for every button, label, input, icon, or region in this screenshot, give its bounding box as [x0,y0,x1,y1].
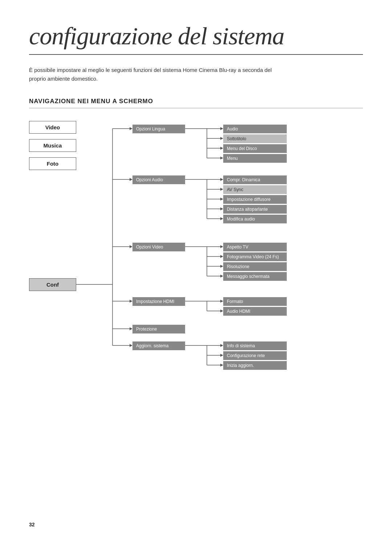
svg-marker-5 [130,178,132,181]
nav-item-conf[interactable]: Conf [29,278,76,291]
svg-marker-19 [220,137,223,140]
connector-lines [29,119,356,395]
svg-marker-45 [220,275,223,278]
svg-marker-35 [220,217,223,220]
subsub-inizia-aggiorn: Inizia aggiorn. [223,361,287,370]
sub-aggiorn-sistema: Aggiorn. sistema [132,341,185,350]
subsub-impostazione-diffusore: Impostazione diffusore [223,195,287,204]
subsub-distanza-altoparlante: Distanza altoparlante [223,205,287,214]
subsub-risoluzione: Risoluzione [223,262,287,271]
sub-opzioni-audio: Opzioni Audio [132,175,185,184]
subsub-audio: Audio [223,125,287,133]
subsub-menu-del-disco: Menu del Disco [223,144,287,153]
svg-marker-7 [130,245,132,248]
nav-item-foto[interactable]: Foto [29,157,76,170]
sub-impostazione-hdmi: Impostazione HDMI [132,297,185,306]
sub-opzioni-lingua: Opzioni Lingua [132,125,185,133]
svg-marker-11 [130,327,132,330]
svg-marker-13 [130,344,132,347]
svg-marker-57 [220,354,223,357]
nav-item-video[interactable]: Video [29,121,76,134]
svg-marker-51 [220,310,223,312]
subsub-configurazione-rete: Configurazione rete [223,351,287,360]
svg-marker-17 [220,127,223,130]
svg-marker-55 [220,344,223,347]
subsub-modifica-audio: Modifica audio [223,215,287,223]
svg-marker-41 [220,255,223,258]
svg-marker-49 [220,300,223,303]
nav-item-musica[interactable]: Musica [29,139,76,152]
subsub-fotogramma-video: Fotogramma Video (24 Fs) [223,252,287,261]
svg-marker-33 [220,207,223,210]
subsub-menu: Menu [223,154,287,163]
subsub-audio-hdmi: Audio HDMI [223,307,287,316]
subsub-formato: Formato [223,297,287,306]
subsub-messaggio-schermata: Messaggio schermata [223,272,287,281]
svg-marker-21 [220,147,223,150]
subsub-compr-dinamica: Compr. Dinamica [223,175,287,184]
page-number: 32 [29,522,35,527]
svg-marker-23 [220,157,223,159]
subsub-av-sync: AV Sync [223,185,287,194]
svg-marker-59 [220,364,223,367]
svg-marker-9 [130,300,132,303]
svg-marker-43 [220,265,223,268]
svg-marker-27 [220,178,223,181]
subsub-aspetto-tv: Aspetto TV [223,243,287,251]
svg-marker-29 [220,188,223,191]
svg-marker-31 [220,198,223,201]
page-title: configurazione del sistema [29,22,363,55]
sub-protezione: Protezione [132,325,185,333]
menu-diagram: Video Musica Foto Conf Opzioni Lingua Op… [29,119,356,395]
sub-opzioni-video: Opzioni Video [132,243,185,251]
section-title: NAVIGAZIONE NEI MENU A SCHERMO [29,98,363,108]
intro-text: È possibile impostare al meglio le segue… [29,66,283,83]
svg-marker-39 [220,245,223,248]
subsub-info-di-sistema: Info di sistema [223,341,287,350]
subsub-sottotitolo: Sottotitolo [223,134,287,143]
svg-marker-3 [130,127,132,130]
